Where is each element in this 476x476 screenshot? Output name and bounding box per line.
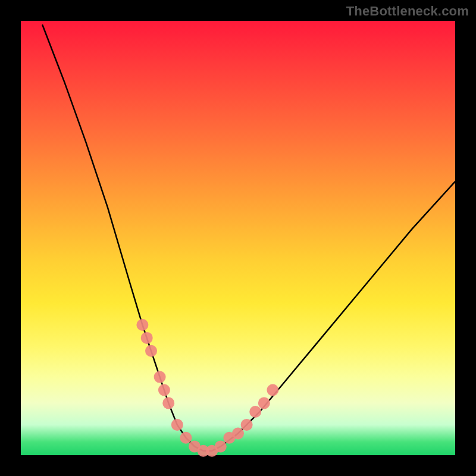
attribution-label: TheBottleneck.com: [346, 4, 469, 19]
gradient-plot-area: [21, 21, 455, 455]
